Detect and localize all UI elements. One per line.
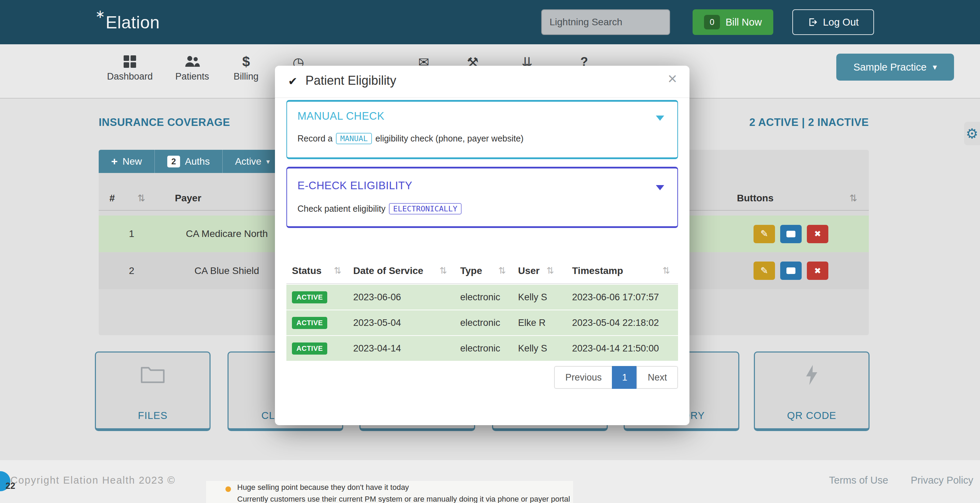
timestamp-cell: 2023-05-04 22:18:02 xyxy=(572,310,659,335)
type-cell: electronic xyxy=(460,285,500,309)
type-cell: electronic xyxy=(460,336,500,361)
elation-logo[interactable]: ∗ Elation xyxy=(106,13,160,33)
note-line-2: Currently customers use their current PM… xyxy=(237,495,570,503)
status-badge: ACTIVE xyxy=(292,291,327,303)
new-button-label: New xyxy=(123,156,142,167)
note-line-1: Huge selling point because they don't ha… xyxy=(237,483,409,492)
sort-icon[interactable]: ⇅ xyxy=(137,193,145,204)
active-filter-label: Active xyxy=(235,156,261,167)
privacy-policy-link[interactable]: Privacy Policy xyxy=(911,474,974,486)
pagination-page-1[interactable]: 1 xyxy=(612,366,637,389)
manual-check-panel[interactable]: MANUAL CHECK Record a MANUAL eligibility… xyxy=(286,100,678,159)
lightning-search-input[interactable] xyxy=(541,10,670,35)
pagination-previous[interactable]: Previous xyxy=(554,366,612,389)
date-of-service-cell: 2023-05-04 xyxy=(353,310,401,335)
top-navigation-bar: ∗ Elation 0 Bill Now Log Out xyxy=(0,0,980,44)
patient-eligibility-modal: ✔ Patient Eligibility × MANUAL CHECK Rec… xyxy=(275,66,689,425)
user-cell: Kelly S xyxy=(518,336,547,361)
modal-header: ✔ Patient Eligibility × xyxy=(275,66,689,98)
check-icon: ✔ xyxy=(288,75,298,88)
comment-button[interactable] xyxy=(780,225,802,243)
delete-x-icon: ✖ xyxy=(814,266,821,276)
bill-now-count-badge: 0 xyxy=(704,15,720,29)
column-header-status[interactable]: Status xyxy=(292,265,322,276)
delete-x-icon: ✖ xyxy=(814,229,821,239)
sort-icon[interactable]: ⇅ xyxy=(498,265,506,276)
column-header-timestamp[interactable]: Timestamp xyxy=(572,265,623,276)
pencil-icon: ✎ xyxy=(760,265,768,276)
logout-icon xyxy=(808,17,818,27)
column-header-number[interactable]: # xyxy=(110,193,115,204)
nav-item-billing[interactable]: $ Billing xyxy=(224,53,268,82)
delete-button[interactable]: ✖ xyxy=(807,262,828,280)
card-label: QR CODE xyxy=(755,410,869,421)
qr-code-card[interactable]: QR CODE xyxy=(754,351,870,431)
annotation-count: 22 xyxy=(6,481,15,491)
caret-down-icon: ▾ xyxy=(266,157,270,166)
delete-button[interactable]: ✖ xyxy=(807,225,828,243)
sort-icon[interactable]: ⇅ xyxy=(662,265,670,276)
eligibility-table-row[interactable]: ACTIVE 2023-06-06 electronic Kelly S 202… xyxy=(286,285,678,309)
auths-button[interactable]: 2 Auths xyxy=(155,150,223,173)
speech-bubble-icon xyxy=(786,231,795,237)
bill-now-button[interactable]: 0 Bill Now xyxy=(692,10,773,35)
practice-selector-button[interactable]: Sample Practice ▾ xyxy=(836,54,954,81)
chevron-down-icon[interactable] xyxy=(656,185,664,190)
speech-bubble-icon xyxy=(786,267,795,274)
copyright-text: Copyright Elation Health 2023 © xyxy=(10,474,175,486)
sort-icon[interactable]: ⇅ xyxy=(334,265,342,276)
edit-button[interactable]: ✎ xyxy=(754,225,775,243)
folder-icon xyxy=(96,364,210,384)
column-header-date-of-service[interactable]: Date of Service xyxy=(353,265,423,276)
edit-button[interactable]: ✎ xyxy=(754,262,775,280)
nav-label-patients: Patients xyxy=(166,71,218,82)
chevron-down-icon[interactable] xyxy=(656,116,664,121)
settings-gear-tab[interactable]: ⚙ xyxy=(964,122,980,145)
electronically-badge: ELECTRONICALLY xyxy=(389,203,461,214)
eligibility-table-row[interactable]: ACTIVE 2023-05-04 electronic Elke R 2023… xyxy=(286,310,678,335)
status-cell: ACTIVE xyxy=(292,310,327,335)
lightning-bolt-icon xyxy=(755,364,869,386)
annotation-note: Huge selling point because they don't ha… xyxy=(206,481,573,503)
eligibility-table-row[interactable]: ACTIVE 2023-04-14 electronic Kelly S 202… xyxy=(286,336,678,361)
sort-icon[interactable]: ⇅ xyxy=(546,265,554,276)
e-check-heading: E-CHECK ELIGIBILITY xyxy=(298,179,412,192)
date-of-service-cell: 2023-06-06 xyxy=(353,285,401,309)
plus-icon: + xyxy=(111,155,118,168)
nav-item-dashboard[interactable]: Dashboard xyxy=(102,53,158,82)
e-check-eligibility-panel[interactable]: E-CHECK ELIGIBILITY Check patient eligib… xyxy=(286,167,678,228)
insurance-section-title: INSURANCE COVERAGE xyxy=(99,116,230,129)
bill-now-label: Bill Now xyxy=(725,17,762,28)
sort-icon[interactable]: ⇅ xyxy=(850,193,858,204)
type-cell: electronic xyxy=(460,310,500,335)
manual-check-heading: MANUAL CHECK xyxy=(298,110,384,122)
logo-sparkle-icon: ∗ xyxy=(95,7,105,21)
new-button[interactable]: + New xyxy=(99,150,155,173)
modal-close-button[interactable]: × xyxy=(668,71,677,86)
nav-item-patients[interactable]: Patients xyxy=(166,53,218,82)
status-cell: ACTIVE xyxy=(292,336,327,361)
insurance-status-summary: 2 ACTIVE | 2 INACTIVE xyxy=(749,116,869,129)
files-card[interactable]: FILES xyxy=(95,351,210,431)
comment-button[interactable] xyxy=(780,262,802,280)
column-header-buttons[interactable]: Buttons xyxy=(737,193,773,204)
pagination-next[interactable]: Next xyxy=(636,366,678,389)
auths-count-badge: 2 xyxy=(167,156,180,167)
note-marker-icon xyxy=(226,486,231,492)
column-header-user[interactable]: User xyxy=(518,265,539,276)
active-filter-button[interactable]: Active ▾ xyxy=(223,150,282,173)
date-of-service-cell: 2023-04-14 xyxy=(353,336,401,361)
nav-label-dashboard: Dashboard xyxy=(102,71,158,82)
user-cell: Elke R xyxy=(518,310,546,335)
column-header-payer[interactable]: Payer xyxy=(175,193,201,204)
timestamp-cell: 2023-06-06 17:07:57 xyxy=(572,285,659,309)
dollar-icon: $ xyxy=(224,53,268,70)
elation-app-page: ∗ Elation 0 Bill Now Log Out Dashboard P… xyxy=(0,0,980,503)
log-out-button[interactable]: Log Out xyxy=(792,10,874,35)
pagination: Previous 1 Next xyxy=(554,366,678,389)
sort-icon[interactable]: ⇅ xyxy=(439,265,447,276)
terms-of-use-link[interactable]: Terms of Use xyxy=(829,474,888,486)
status-badge: ACTIVE xyxy=(292,317,327,329)
status-cell: ACTIVE xyxy=(292,285,327,309)
column-header-type[interactable]: Type xyxy=(460,265,482,276)
